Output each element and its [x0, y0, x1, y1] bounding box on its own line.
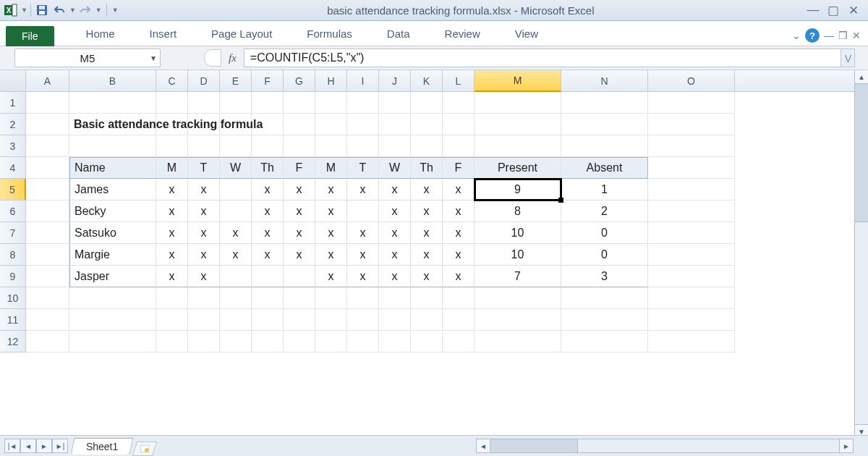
scroll-up-icon[interactable]: ▲: [855, 70, 868, 84]
v-scroll-thumb[interactable]: [855, 84, 868, 222]
cell-K12[interactable]: [411, 331, 443, 352]
cell-M9[interactable]: 7: [475, 266, 561, 287]
cell-J5[interactable]: x: [379, 179, 411, 200]
cell-N8[interactable]: 0: [561, 244, 648, 266]
cell-C4[interactable]: M: [156, 157, 188, 179]
cell-K1[interactable]: [411, 92, 443, 114]
cell-L6[interactable]: x: [443, 200, 475, 222]
cell-N4[interactable]: Absent: [561, 157, 648, 179]
select-all-corner[interactable]: [0, 70, 26, 92]
cell-F1[interactable]: [252, 92, 284, 114]
cell-B9[interactable]: Jasper: [69, 266, 156, 287]
cell-N5[interactable]: 1: [561, 179, 648, 200]
cell-H6[interactable]: x: [315, 200, 347, 222]
save-button[interactable]: [34, 3, 50, 17]
cell-B7[interactable]: Satsuko: [69, 222, 156, 244]
cell-E11[interactable]: [220, 309, 252, 331]
cell-L5[interactable]: x: [443, 179, 475, 200]
cell-C6[interactable]: x: [156, 200, 188, 222]
cell-O9[interactable]: [648, 266, 735, 287]
cell-H1[interactable]: [315, 92, 347, 114]
cell-C10[interactable]: [156, 287, 188, 309]
cell-C7[interactable]: x: [156, 222, 188, 244]
col-header-G[interactable]: G: [284, 70, 315, 92]
cell-O1[interactable]: [648, 92, 735, 114]
cell-N10[interactable]: [561, 287, 648, 309]
cell-L9[interactable]: x: [443, 266, 475, 287]
qat-customize-icon[interactable]: ▼: [112, 7, 119, 14]
col-header-D[interactable]: D: [188, 70, 220, 92]
scroll-left-icon[interactable]: ◄: [477, 439, 490, 452]
cell-B6[interactable]: Becky: [69, 200, 156, 222]
cell-M6[interactable]: 8: [475, 200, 561, 222]
cell-N9[interactable]: 3: [561, 266, 648, 287]
cell-E12[interactable]: [220, 331, 252, 352]
row-header-3[interactable]: 3: [0, 135, 26, 157]
cell-I5[interactable]: x: [347, 179, 379, 200]
cell-H12[interactable]: [315, 331, 347, 352]
new-sheet-icon[interactable]: [132, 442, 157, 456]
cell-E7[interactable]: x: [220, 222, 252, 244]
cell-I4[interactable]: T: [347, 157, 379, 179]
cell-K9[interactable]: x: [411, 266, 443, 287]
cell-G8[interactable]: x: [284, 244, 315, 266]
cell-M3[interactable]: [475, 135, 561, 157]
cell-I8[interactable]: x: [347, 244, 379, 266]
undo-dropdown-icon[interactable]: ▼: [69, 7, 76, 14]
cell-D3[interactable]: [188, 135, 220, 157]
cell-F3[interactable]: [252, 135, 284, 157]
cell-L2[interactable]: [443, 114, 475, 135]
tab-home[interactable]: Home: [69, 23, 132, 46]
cell-H4[interactable]: M: [315, 157, 347, 179]
prev-sheet-icon[interactable]: ◄: [20, 439, 36, 453]
cell-K8[interactable]: x: [411, 244, 443, 266]
cell-A5[interactable]: [26, 179, 69, 200]
cell-D5[interactable]: x: [188, 179, 220, 200]
col-header-O[interactable]: O: [648, 70, 735, 92]
cell-M1[interactable]: [475, 92, 561, 114]
cell-M7[interactable]: 10: [475, 222, 561, 244]
cell-F9[interactable]: [252, 266, 284, 287]
formula-expand-icon[interactable]: ⋁: [841, 48, 855, 67]
cell-B10[interactable]: [69, 287, 156, 309]
cell-K10[interactable]: [411, 287, 443, 309]
scroll-right-icon[interactable]: ►: [839, 439, 853, 452]
cell-K4[interactable]: Th: [411, 157, 443, 179]
row-header-7[interactable]: 7: [0, 222, 26, 244]
cell-D10[interactable]: [188, 287, 220, 309]
doc-restore-icon[interactable]: ❐: [838, 30, 848, 41]
minimize-button[interactable]: ―: [803, 4, 823, 17]
cell-D1[interactable]: [188, 92, 220, 114]
cell-A4[interactable]: [26, 157, 69, 179]
cell-D9[interactable]: x: [188, 266, 220, 287]
cell-E3[interactable]: [220, 135, 252, 157]
cell-E5[interactable]: [220, 179, 252, 200]
cell-O10[interactable]: [648, 287, 735, 309]
cell-I11[interactable]: [347, 309, 379, 331]
close-button[interactable]: ✕: [843, 4, 864, 17]
cell-I10[interactable]: [347, 287, 379, 309]
cell-N6[interactable]: 2: [561, 200, 648, 222]
tab-formulas[interactable]: Formulas: [289, 23, 370, 46]
cell-J1[interactable]: [379, 92, 411, 114]
name-box-dropdown-icon[interactable]: ▼: [150, 54, 157, 62]
cell-B3[interactable]: [69, 135, 156, 157]
ribbon-minimize-icon[interactable]: ⌄: [792, 30, 801, 41]
row-header-9[interactable]: 9: [0, 266, 26, 287]
next-sheet-icon[interactable]: ►: [36, 439, 52, 453]
cell-M8[interactable]: 10: [475, 244, 561, 266]
cell-F10[interactable]: [252, 287, 284, 309]
cell-K7[interactable]: x: [411, 222, 443, 244]
cell-B11[interactable]: [69, 309, 156, 331]
cell-G3[interactable]: [284, 135, 315, 157]
tab-insert[interactable]: Insert: [132, 23, 195, 46]
tab-view[interactable]: View: [498, 23, 556, 46]
cell-J6[interactable]: x: [379, 200, 411, 222]
cell-N12[interactable]: [561, 331, 648, 352]
cell-O12[interactable]: [648, 331, 735, 352]
cell-O4[interactable]: [648, 157, 735, 179]
cell-L8[interactable]: x: [443, 244, 475, 266]
col-header-B[interactable]: B: [69, 70, 156, 92]
cell-K5[interactable]: x: [411, 179, 443, 200]
cell-H3[interactable]: [315, 135, 347, 157]
